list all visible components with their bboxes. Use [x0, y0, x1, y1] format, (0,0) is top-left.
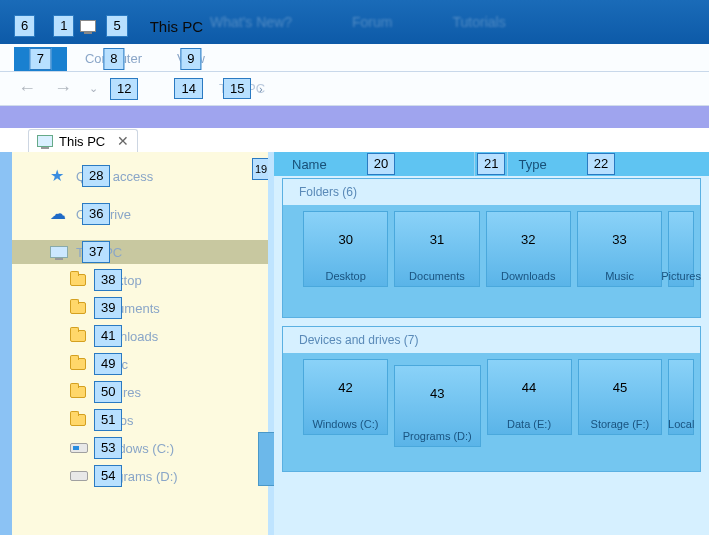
tile-folder[interactable]: 33Music — [577, 211, 662, 287]
annotation-6: 6 — [14, 15, 35, 37]
tree-pictures[interactable]: Pictures 50 — [12, 380, 268, 404]
tree-this-pc[interactable]: This PC 37 — [12, 240, 268, 264]
window-title: This PC — [150, 18, 203, 35]
tab-close-button[interactable]: ✕ — [117, 133, 129, 149]
tile-folder[interactable]: 31Documents — [394, 211, 479, 287]
tile-folder[interactable]: 32Downloads — [486, 211, 571, 287]
annotation-51: 51 — [94, 409, 122, 431]
column-name[interactable]: Name 20 — [284, 152, 474, 176]
tree-quick-access[interactable]: ★ Quick access 28 — [12, 164, 268, 188]
annotation-39: 39 — [94, 297, 122, 319]
annotation-21: 21 — [477, 153, 505, 175]
tab-row: This PC ✕ — [0, 128, 709, 154]
tile-folder[interactable]: 30Desktop — [303, 211, 388, 287]
tile-drive[interactable]: 42Windows (C:) — [303, 359, 388, 435]
tree-documents[interactable]: Documents 39 — [12, 296, 268, 320]
folder-icon — [70, 302, 86, 314]
content-pane: Name 20 21 Type 22 Folders (6) 30Desktop… — [274, 152, 709, 535]
nav-history-dropdown[interactable]: ⌄ — [86, 82, 100, 95]
navigation-tree: 19 ★ Quick access 28 ☁ OneDrive 36 This … — [12, 152, 268, 535]
ribbon-tab-view[interactable]: View 9 — [161, 47, 221, 71]
tab-thispc[interactable]: This PC ✕ — [28, 129, 138, 153]
titlebar-pc-icon — [80, 20, 96, 32]
annotation-20: 20 — [367, 153, 395, 175]
drive-icon — [70, 471, 88, 481]
nav-back[interactable]: ← — [14, 76, 40, 102]
tree-music[interactable]: Music 49 — [12, 352, 268, 376]
folder-icon — [70, 414, 86, 426]
tile-drive[interactable]: 43Programs (D:) — [394, 365, 481, 447]
tile-drive[interactable]: 45Storage (F:) — [578, 359, 663, 435]
accent-band — [0, 106, 709, 128]
annotation-36: 36 — [82, 203, 110, 225]
pc-icon — [50, 246, 68, 258]
breadcrumb-root[interactable]: 14 — [166, 78, 210, 100]
folder-icon — [70, 330, 86, 342]
cloud-icon: ☁ — [50, 206, 68, 222]
tree-videos[interactable]: Videos 51 — [12, 408, 268, 432]
star-icon: ★ — [50, 168, 68, 184]
annotation-50: 50 — [94, 381, 122, 403]
breadcrumb-thispc[interactable]: This PC 15 › — [215, 78, 275, 100]
annotation-28: 28 — [82, 165, 110, 187]
tree-desktop[interactable]: Desktop 38 — [12, 268, 268, 292]
annotation-5: 5 — [106, 15, 127, 37]
column-headers: Name 20 21 Type 22 — [274, 152, 709, 176]
window-titlebar: What's New? Forum Tutorials 6 1 5 This P… — [0, 0, 709, 44]
folder-icon — [70, 358, 86, 370]
tree-downloads[interactable]: Downloads 41 — [12, 324, 268, 348]
annotation-54: 54 — [94, 465, 122, 487]
annotation-49: 49 — [94, 353, 122, 375]
annotation-38: 38 — [94, 269, 122, 291]
address-bar: ← → ⌄ 12 14 This PC 15 › — [0, 72, 709, 106]
annotation-12: 12 — [110, 78, 138, 100]
ribbon-tabs: File 7 Computer 8 View 9 — [0, 44, 709, 72]
sidebar-accent-strip — [0, 152, 12, 535]
group-folders: Folders (6) 30Desktop 31Documents 32Down… — [282, 178, 701, 318]
drive-icon — [70, 443, 88, 453]
tile-drive[interactable]: Local — [668, 359, 694, 435]
annotation-22: 22 — [587, 153, 615, 175]
tile-drive[interactable]: 44Data (E:) — [487, 359, 572, 435]
tile-folder[interactable]: Pictures — [668, 211, 694, 287]
group-drives-label[interactable]: Devices and drives (7) — [283, 327, 700, 353]
ribbon-tab-computer[interactable]: Computer 8 — [69, 47, 159, 71]
pc-icon — [37, 135, 53, 147]
folder-icon — [70, 386, 86, 398]
tree-programs-d[interactable]: Programs (D:) 54 — [12, 464, 268, 488]
tree-windows-c[interactable]: Windows (C:) 53 — [12, 436, 268, 460]
annotation-53: 53 — [94, 437, 122, 459]
annotation-37: 37 — [82, 241, 110, 263]
column-type[interactable]: Type 22 — [508, 152, 709, 176]
annotation-41: 41 — [94, 325, 122, 347]
tab-label: This PC — [59, 134, 105, 149]
tree-onedrive[interactable]: ☁ OneDrive 36 — [12, 202, 268, 226]
ribbon-tab-file[interactable]: File 7 — [14, 47, 67, 71]
group-folders-label[interactable]: Folders (6) — [283, 179, 700, 205]
nav-forward[interactable]: → — [50, 76, 76, 102]
group-drives: Devices and drives (7) 42Windows (C:) 43… — [282, 326, 701, 472]
annotation-1: 1 — [53, 15, 74, 37]
folder-icon — [70, 274, 86, 286]
